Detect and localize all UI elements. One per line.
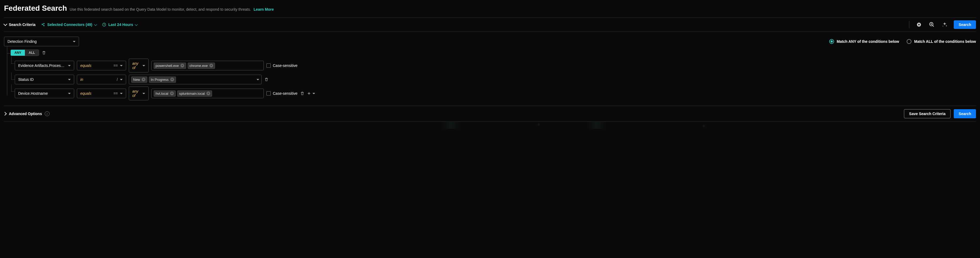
page-header: Federated Search Use this federated sear… — [4, 4, 976, 18]
value-mode-select[interactable]: any of — [129, 86, 149, 100]
field-value: Device.Hostname — [18, 91, 48, 96]
operator-value: in — [80, 77, 83, 82]
delete-group-button[interactable] — [42, 51, 46, 55]
info-icon[interactable]: i — [45, 111, 49, 116]
value-input[interactable]: New✕In Progress✕ — [129, 75, 262, 84]
add-rule-button[interactable] — [307, 92, 315, 95]
caret-down-icon — [68, 93, 71, 94]
match-mode-radio-group: Match ANY of the conditions below Match … — [829, 39, 976, 44]
chevron-down-icon — [3, 22, 7, 26]
field-select[interactable]: Evidence Artifacts.Proces… — [15, 61, 74, 70]
rule-row: Device.Hostnameequals==any ofhvt.local✕s… — [15, 86, 976, 100]
value-chip: splunkmain.local✕ — [177, 91, 212, 97]
radio-icon — [829, 39, 834, 44]
match-all-label: Match ALL of the conditions below — [914, 39, 976, 44]
chip-remove-icon[interactable]: ✕ — [170, 78, 174, 81]
caret-down-icon — [68, 79, 71, 80]
match-any-radio[interactable]: Match ANY of the conditions below — [829, 39, 899, 44]
search-criteria-toggle[interactable]: Search Criteria — [4, 22, 36, 27]
chevron-down-icon — [94, 23, 97, 26]
field-select[interactable]: Device.Hostname — [15, 89, 74, 98]
caret-down-icon — [73, 41, 75, 42]
delete-rule-button[interactable] — [264, 77, 269, 82]
chevron-down-icon — [135, 23, 138, 26]
chevron-right-icon[interactable] — [3, 112, 7, 116]
delete-rule-button[interactable] — [300, 91, 304, 96]
value-input[interactable]: powershell.exe✕chrome.exe✕ — [151, 61, 264, 70]
caret-down-icon — [142, 65, 145, 66]
page-title: Federated Search — [4, 4, 67, 13]
match-all-radio[interactable]: Match ALL of the conditions below — [907, 39, 976, 44]
selected-connectors-dropdown[interactable]: Selected Connectors (49) — [41, 22, 97, 27]
case-sensitive-label: Case-sensitive — [273, 91, 298, 96]
search-button-bottom[interactable]: Search — [954, 109, 976, 118]
chip-remove-icon[interactable]: ✕ — [142, 78, 145, 81]
search-button[interactable]: Search — [954, 20, 976, 29]
event-type-select[interactable]: Detection Finding — [4, 37, 79, 46]
caret-down-icon — [256, 79, 259, 80]
chip-remove-icon[interactable]: ✕ — [207, 92, 210, 95]
value-chip: chrome.exe✕ — [188, 63, 215, 69]
value-chip: hvt.local✕ — [154, 91, 176, 97]
value-mode-label: any of — [132, 61, 142, 70]
caret-down-icon — [312, 93, 315, 94]
checkbox-icon — [266, 64, 271, 68]
checkbox-icon — [266, 91, 271, 96]
operator-value: equals — [80, 91, 91, 96]
chip-text: powershell.exe — [156, 64, 179, 68]
decorative-graph — [4, 122, 976, 129]
operator-symbol: == — [113, 64, 118, 68]
value-input[interactable]: hvt.local✕splunkmain.local✕ — [151, 89, 264, 98]
timerange-label: Last 24 Hours — [108, 22, 134, 27]
value-chip: powershell.exe✕ — [154, 63, 186, 69]
operator-select[interactable]: equals== — [77, 89, 126, 98]
criteria-builder: Detection Finding Match ANY of the condi… — [4, 32, 976, 106]
zoom-button[interactable] — [928, 21, 935, 29]
operator-symbol: == — [113, 91, 118, 96]
case-sensitive-checkbox[interactable]: Case-sensitive — [266, 91, 298, 96]
match-any-label: Match ANY of the conditions below — [837, 39, 899, 44]
operator-symbol: / — [117, 77, 118, 82]
operator-select[interactable]: equals== — [77, 61, 126, 70]
trash-icon — [300, 91, 304, 96]
toggle-all[interactable]: ALL — [25, 50, 38, 56]
page-subtitle: Use this federated search based on the Q… — [70, 7, 251, 11]
search-criteria-label: Search Criteria — [9, 22, 36, 27]
caret-down-icon — [142, 93, 145, 94]
clock-icon — [102, 22, 106, 27]
ai-button[interactable] — [941, 21, 948, 29]
trash-icon — [42, 51, 46, 55]
chip-remove-icon[interactable]: ✕ — [180, 64, 184, 67]
caret-down-icon — [120, 79, 123, 80]
learn-more-link[interactable]: Learn More — [254, 7, 274, 11]
advanced-options-toggle[interactable]: Advanced Options — [9, 111, 42, 116]
divider — [909, 21, 909, 29]
chip-text: New — [133, 78, 140, 82]
trash-icon — [264, 77, 269, 82]
caret-down-icon — [120, 93, 123, 94]
group-any-all-toggle[interactable]: ANY ALL — [10, 49, 39, 56]
value-mode-select[interactable]: any of — [129, 59, 149, 73]
radio-icon — [907, 39, 912, 44]
rule-row: Evidence Artifacts.Proces…equals==any of… — [15, 59, 976, 73]
case-sensitive-checkbox[interactable]: Case-sensitive — [266, 64, 298, 68]
chip-text: splunkmain.local — [179, 92, 205, 96]
chip-remove-icon[interactable]: ✕ — [170, 92, 174, 95]
operator-select[interactable]: in/ — [77, 75, 126, 84]
chip-text: chrome.exe — [189, 64, 208, 68]
chip-text: In Progress — [151, 78, 169, 82]
clear-button[interactable] — [915, 21, 923, 29]
sparkle-icon — [942, 22, 948, 27]
caret-down-icon — [120, 65, 123, 66]
caret-down-icon — [68, 65, 71, 66]
plus-icon — [307, 92, 311, 95]
event-type-value: Detection Finding — [8, 39, 37, 44]
chip-remove-icon[interactable]: ✕ — [209, 64, 213, 67]
advanced-row: Advanced Options i Save Search Criteria … — [4, 106, 976, 122]
value-chip: New✕ — [131, 76, 147, 83]
save-criteria-button[interactable]: Save Search Criteria — [904, 109, 951, 118]
field-select[interactable]: Status ID — [15, 75, 74, 84]
toggle-any[interactable]: ANY — [11, 50, 25, 56]
timerange-dropdown[interactable]: Last 24 Hours — [102, 22, 138, 27]
connectors-label: Selected Connectors (49) — [48, 22, 92, 27]
